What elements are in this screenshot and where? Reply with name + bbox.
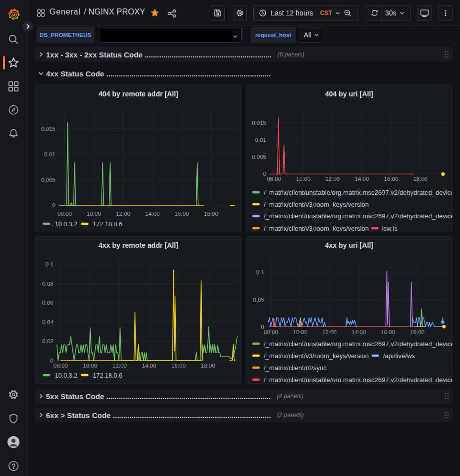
svg-text:18:00: 18:00 [410,329,425,335]
svg-text:12:00: 12:00 [322,329,337,335]
svg-text:0.02: 0.02 [42,338,53,344]
svg-text:18:00: 18:00 [204,211,218,217]
svg-text:0.05: 0.05 [253,297,264,303]
svg-text:172.18.0.6: 172.18.0.6 [93,221,122,228]
svg-text:16:00: 16:00 [174,211,189,217]
svg-text:/_matrix/client/unstable/org.m: /_matrix/client/unstable/org.matrix.msc2… [264,212,452,220]
svg-text:0.015: 0.015 [41,126,55,132]
svg-text:16:00: 16:00 [381,329,395,335]
svg-text:18:00: 18:00 [201,363,215,369]
svg-text:/_matrix/client/v3/room_keys/v: /_matrix/client/v3/room_keys/version [264,225,369,232]
svg-text:10:00: 10:00 [87,211,101,217]
svg-text:/_matrix/client/unstable/org.m: /_matrix/client/unstable/org.matrix.msc2… [264,340,452,348]
svg-text:16:00: 16:00 [384,176,399,182]
svg-text:08:00: 08:00 [264,329,278,335]
svg-text:14:00: 14:00 [142,363,156,369]
svg-text:08:00: 08:00 [53,363,68,369]
svg-text:0.005: 0.005 [252,154,266,160]
svg-text:0.04: 0.04 [42,319,54,325]
svg-text:0.01: 0.01 [255,137,266,143]
svg-text:/api/live/ws: /api/live/ws [383,352,415,360]
svg-text:0.06: 0.06 [42,300,53,306]
svg-text:0.1: 0.1 [256,269,264,275]
svg-text:0: 0 [52,202,55,208]
svg-text:10.0.3.2: 10.0.3.2 [55,221,77,228]
svg-text:0.005: 0.005 [41,177,55,183]
svg-text:18:00: 18:00 [413,176,428,182]
svg-text:10.0.3.2: 10.0.3.2 [55,372,77,379]
svg-text:08:00: 08:00 [57,211,72,217]
svg-text:14:00: 14:00 [352,329,366,335]
svg-text:172.18.0.6: 172.18.0.6 [93,372,122,379]
svg-text:404 by remote addr [All]: 404 by remote addr [All] [98,90,178,98]
svg-text:10:00: 10:00 [296,176,311,182]
svg-text:0.015: 0.015 [252,120,266,126]
svg-text:14:00: 14:00 [145,211,160,217]
svg-text:12:00: 12:00 [325,176,340,182]
svg-text:0: 0 [263,171,266,177]
svg-text:/_matrix/client/r0/sync: /_matrix/client/r0/sync [264,364,327,372]
svg-text:/_matrix/client/unstable/org.m: /_matrix/client/unstable/org.matrix.msc2… [264,376,452,384]
svg-text:404 by uri [All]: 404 by uri [All] [325,90,373,98]
svg-text:0.1: 0.1 [45,261,53,267]
svg-text:0.08: 0.08 [42,281,53,287]
svg-text:08:00: 08:00 [267,176,281,182]
svg-text:/_matrix/client/v3/room_keys/v: /_matrix/client/v3/room_keys/version [264,352,369,360]
svg-text:12:00: 12:00 [116,211,130,217]
svg-text:4xx by remote addr [All]: 4xx by remote addr [All] [98,241,178,249]
svg-text:/sw.js: /sw.js [382,225,398,232]
svg-text:0.01: 0.01 [44,151,55,157]
svg-text:12:00: 12:00 [112,363,127,369]
svg-text:/_matrix/client/v3/room_keys/v: /_matrix/client/v3/room_keys/version [264,201,369,208]
svg-text:10:00: 10:00 [293,329,308,335]
svg-text:/_matrix/client/unstable/org.m: /_matrix/client/unstable/org.matrix.msc2… [264,189,452,196]
svg-text:14:00: 14:00 [355,176,369,182]
svg-text:4xx by uri [All]: 4xx by uri [All] [325,241,373,249]
svg-text:10:00: 10:00 [83,363,97,369]
svg-text:16:00: 16:00 [171,363,186,369]
